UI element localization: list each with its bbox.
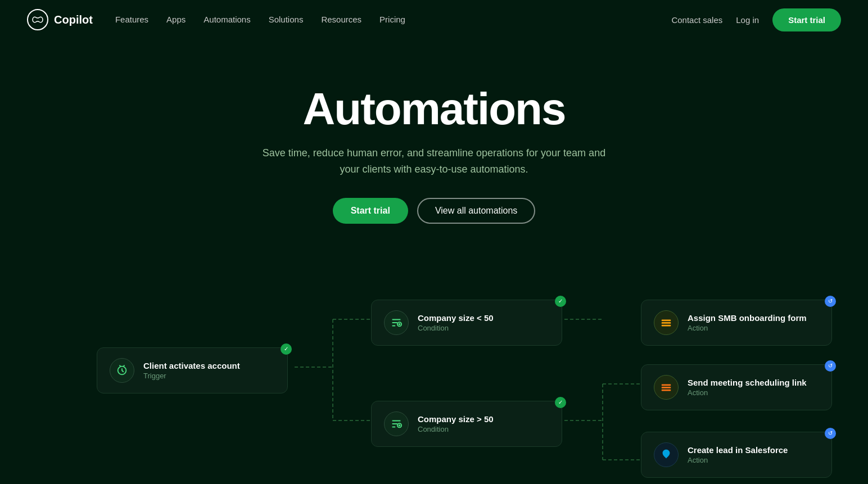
nav-link-solutions[interactable]: Solutions bbox=[269, 15, 304, 24]
svg-rect-14 bbox=[662, 324, 671, 326]
card-action2: Send meeting scheduling link Action ↺ bbox=[641, 364, 832, 410]
condition1-icon bbox=[384, 310, 409, 335]
action1-status-dot: ↺ bbox=[825, 296, 836, 307]
action2-icon bbox=[654, 375, 679, 400]
login-link[interactable]: Log in bbox=[736, 15, 759, 25]
hero-section: Automations Save time, reduce human erro… bbox=[0, 39, 868, 257]
nav-link-features[interactable]: Features bbox=[115, 15, 148, 24]
action3-title: Create lead in Salesforce bbox=[688, 445, 788, 455]
nav-link-apps[interactable]: Apps bbox=[166, 15, 186, 24]
logo-icon bbox=[27, 9, 48, 30]
hero-buttons: Start trial View all automations bbox=[11, 198, 857, 224]
card-action1: Assign SMB onboarding form Action ↺ bbox=[641, 300, 832, 346]
action1-title: Assign SMB onboarding form bbox=[688, 313, 807, 323]
card-trigger: Client activates account Trigger ✓ bbox=[97, 347, 288, 393]
nav-link-pricing[interactable]: Pricing bbox=[379, 15, 405, 24]
condition1-subtitle: Condition bbox=[418, 324, 494, 332]
svg-rect-13 bbox=[662, 322, 671, 324]
trigger-title: Client activates account bbox=[143, 361, 240, 370]
nav-left: Copilot Features Apps Automations Soluti… bbox=[27, 9, 405, 30]
action1-subtitle: Action bbox=[688, 324, 807, 332]
svg-rect-15 bbox=[662, 384, 671, 386]
nav-links: Features Apps Automations Solutions Reso… bbox=[115, 15, 405, 25]
card-condition1: Company size < 50 Condition ✓ bbox=[371, 300, 562, 346]
trigger-subtitle: Trigger bbox=[143, 372, 240, 380]
action3-subtitle: Action bbox=[688, 456, 788, 464]
svg-rect-12 bbox=[662, 319, 671, 321]
contact-sales-link[interactable]: Contact sales bbox=[671, 15, 722, 25]
action2-title: Send meeting scheduling link bbox=[688, 378, 807, 387]
condition2-icon bbox=[384, 411, 409, 436]
logo-text: Copilot bbox=[54, 13, 93, 26]
condition2-title: Company size > 50 bbox=[418, 414, 494, 424]
condition2-subtitle: Condition bbox=[418, 425, 494, 433]
nav-link-automations[interactable]: Automations bbox=[204, 15, 250, 24]
view-all-automations-button[interactable]: View all automations bbox=[417, 198, 535, 224]
svg-rect-17 bbox=[662, 389, 671, 391]
action3-status-dot: ↺ bbox=[825, 428, 836, 439]
nav-link-resources[interactable]: Resources bbox=[321, 15, 361, 24]
nav-start-trial-button[interactable]: Start trial bbox=[772, 8, 841, 31]
action2-status-dot: ↺ bbox=[825, 360, 836, 372]
card-action3: Create lead in Salesforce Action ↺ bbox=[641, 432, 832, 478]
hero-title: Automations bbox=[11, 84, 857, 134]
hero-subtitle: Save time, reduce human error, and strea… bbox=[254, 145, 614, 178]
svg-rect-16 bbox=[662, 387, 671, 388]
trigger-icon bbox=[110, 358, 134, 383]
navbar: Copilot Features Apps Automations Soluti… bbox=[0, 0, 868, 39]
nav-right: Contact sales Log in Start trial bbox=[671, 8, 841, 31]
condition1-title: Company size < 50 bbox=[418, 313, 494, 323]
action2-subtitle: Action bbox=[688, 388, 807, 397]
condition1-status-dot: ✓ bbox=[555, 296, 566, 307]
logo[interactable]: Copilot bbox=[27, 9, 93, 30]
diagram-section: Client activates account Trigger ✓ Compa… bbox=[0, 257, 868, 484]
action1-icon bbox=[654, 310, 679, 335]
trigger-status-dot: ✓ bbox=[281, 343, 292, 355]
card-condition2: Company size > 50 Condition ✓ bbox=[371, 401, 562, 447]
start-trial-button[interactable]: Start trial bbox=[333, 198, 408, 224]
condition2-status-dot: ✓ bbox=[555, 397, 566, 408]
action3-icon bbox=[654, 442, 679, 467]
